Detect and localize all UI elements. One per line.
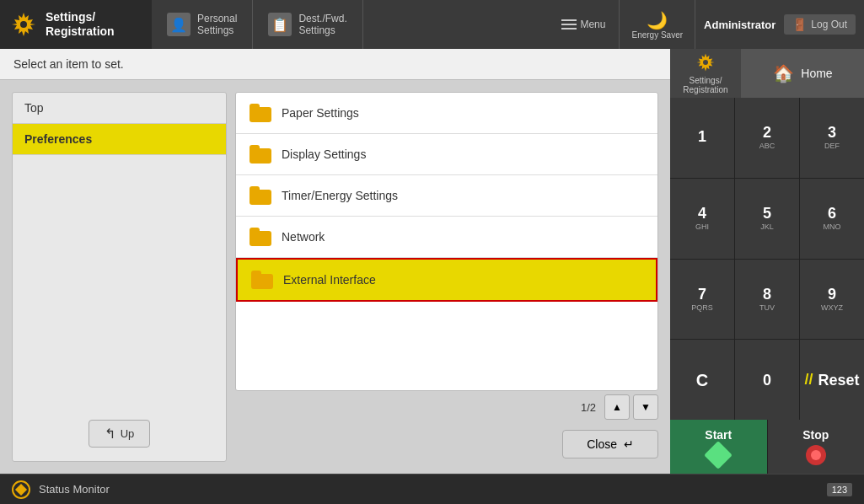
numpad-4-num: 4 [698,206,706,221]
folder-icon-paper [250,104,271,122]
app-title-section: Settings/ Registration [0,0,152,49]
numpad-reset[interactable]: // Reset [800,340,864,420]
numpad-5-num: 5 [763,206,771,221]
numpad-reset-label: Reset [818,373,859,388]
right-panel-top: Settings/ Registration 🏠 Home [670,49,864,98]
folder-item-paper-settings[interactable]: Paper Settings [236,93,657,134]
numpad-3-alpha: DEF [824,142,840,150]
right-panel: Settings/ Registration 🏠 Home 1 2 ABC 3 … [670,49,864,474]
numpad-4-alpha: GHI [695,223,709,231]
admin-name: Administrator [704,19,775,31]
scroll-up-button[interactable]: ▲ [604,394,630,420]
settings-registration-button[interactable]: Settings/ Registration [670,49,742,98]
numpad-6-num: 6 [828,206,836,221]
svg-point-3 [703,60,708,65]
list-item-top-label: Top [24,101,44,115]
numpad-clear[interactable]: C [670,340,734,420]
dest-fwd-settings-tab[interactable]: 📋 Dest./Fwd. Settings [253,0,362,49]
home-button[interactable]: 🏠 Home [742,49,864,98]
stop-inner-icon [811,450,821,460]
up-button[interactable]: ↰ Up [89,420,151,448]
numpad-2[interactable]: 2 ABC [735,98,799,178]
folder-icon-network [250,228,271,246]
numpad-6[interactable]: 6 MNO [800,179,864,259]
numpad: 1 2 ABC 3 DEF 4 GHI 5 JKL 6 MNO [670,98,864,420]
numpad-9-num: 9 [828,287,836,302]
close-button[interactable]: Close ↵ [562,430,658,458]
folder-list: Paper Settings Display Settings [235,92,658,391]
personal-settings-icon: 👤 [167,13,191,36]
energy-saver-button[interactable]: 🌙 Energy Saver [620,0,695,49]
status-diamond-shape [15,483,27,495]
up-arrow-icon: ↰ [105,426,115,442]
gear-icon [10,11,37,38]
status-bar: Status Monitor 123 [0,474,864,504]
admin-section: Administrator 🚪 Log Out [695,0,864,49]
logout-icon: 🚪 [792,18,807,31]
numpad-4[interactable]: 4 GHI [670,179,734,259]
numpad-8-alpha: TUV [759,303,775,312]
folder-icon-external [251,271,273,289]
page-indicator: 1/2 [581,401,596,414]
pagination-row: 1/2 ▲ ▼ [235,391,658,423]
main-content: Select an item to set. Top Preferences ↰… [0,49,864,474]
numpad-5-alpha: JKL [760,223,774,231]
folder-label-paper-settings: Paper Settings [282,106,359,120]
start-diamond-icon [704,441,733,469]
up-button-label: Up [121,427,135,440]
action-row: Start Stop [670,420,864,474]
dest-fwd-label: Dest./Fwd. Settings [298,13,346,36]
folder-label-network: Network [282,230,325,244]
list-item-preferences[interactable]: Preferences [13,124,226,155]
content-area: Top Preferences ↰ Up [0,80,670,474]
numpad-5[interactable]: 5 JKL [735,179,799,259]
numpad-8[interactable]: 8 TUV [735,260,799,340]
folder-item-network[interactable]: Network [236,217,657,258]
home-icon: 🏠 [773,63,794,83]
menu-button[interactable]: Menu [548,0,620,49]
folder-label-display-settings: Display Settings [282,147,366,161]
numpad-1-num: 1 [698,129,706,144]
stop-label: Stop [802,428,829,442]
close-row: Close ↵ [235,423,658,462]
numpad-8-num: 8 [763,287,771,302]
dest-fwd-icon: 📋 [268,13,292,36]
top-bar: Settings/ Registration 👤 Personal Settin… [0,0,864,49]
scroll-down-button[interactable]: ▼ [633,394,658,420]
energy-saver-label: Energy Saver [631,30,683,40]
svg-point-1 [20,21,27,28]
folder-label-external-interface: External Interface [283,273,376,287]
folder-item-display-settings[interactable]: Display Settings [236,134,657,175]
home-label: Home [801,67,832,80]
start-button[interactable]: Start [670,420,767,474]
logout-button[interactable]: 🚪 Log Out [784,14,856,35]
folder-icon-timer [250,186,271,205]
start-label: Start [705,428,732,442]
menu-label: Menu [580,19,605,30]
folder-item-timer-energy[interactable]: Timer/Energy Settings [236,175,657,217]
numpad-0-num: 0 [763,373,771,388]
numpad-9[interactable]: 9 WXYZ [800,260,864,340]
instruction-bar: Select an item to set. [0,49,670,80]
right-section: Paper Settings Display Settings [235,92,658,462]
status-badge: 123 [827,483,852,496]
personal-settings-tab[interactable]: 👤 Personal Settings [152,0,253,49]
numpad-1[interactable]: 1 [670,98,734,178]
numpad-7-num: 7 [698,287,706,302]
close-icon: ↵ [624,437,634,451]
numpad-3-num: 3 [828,125,836,140]
numpad-clear-label: C [696,372,708,389]
list-item-top[interactable]: Top [13,93,226,124]
stop-button[interactable]: Stop [768,420,865,474]
numpad-7-alpha: PQRS [691,303,713,312]
numpad-2-alpha: ABC [759,142,775,150]
numpad-2-num: 2 [763,125,771,140]
status-monitor-label: Status Monitor [39,483,110,496]
left-list: Top Preferences ↰ Up [12,92,227,462]
settings-reg-label: Settings/ Registration [683,76,727,94]
folder-item-external-interface[interactable]: External Interface [236,258,657,302]
numpad-7[interactable]: 7 PQRS [670,260,734,340]
numpad-0[interactable]: 0 [735,340,799,420]
settings-gear-icon [695,52,716,72]
numpad-3[interactable]: 3 DEF [800,98,864,178]
